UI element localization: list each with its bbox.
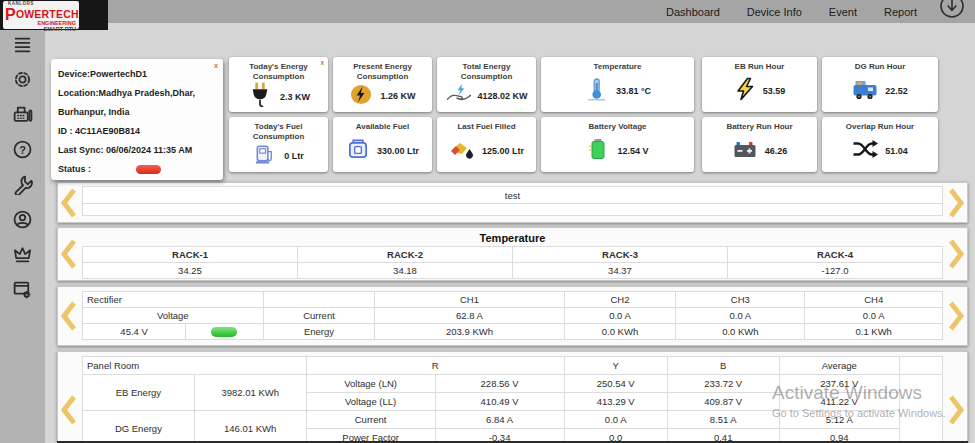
card-title: Available Fuel (336, 122, 429, 132)
device-location-line2: Burhanpur, India (58, 107, 217, 117)
nav-device-info[interactable]: Device Info (747, 6, 802, 18)
fuel-pump-icon (253, 143, 277, 170)
present-energy-card: Present Energy Consumption 1.26 KW (333, 57, 432, 112)
eb-bolt-icon (734, 77, 756, 105)
chevron-left-icon[interactable] (60, 300, 77, 332)
device-last-sync: Last Sync: 06/06/2024 11:35 AM (58, 145, 217, 155)
ch4-energy: 0.1 KWh (805, 324, 943, 340)
card-value: 46.26 (765, 146, 788, 156)
table-row: 45.4 V Energy 203.9 KWh 0.0 KWh 0.0 KWh … (83, 324, 943, 340)
rectifier-status-cell (186, 324, 263, 340)
voltage-value: 45.4 V (83, 324, 186, 340)
device-location-line1: Location:Madhya Pradesh,Dhar, (58, 88, 217, 98)
nav-report[interactable]: Report (884, 6, 917, 18)
rack1-header: RACK-1 (83, 247, 298, 263)
phase-y-header: Y (564, 357, 667, 375)
table-row: Rectifier CH1 CH2 CH3 CH4 (83, 292, 943, 308)
card-value: 2.3 KW (280, 92, 310, 102)
ch3-current: 0.0 A (676, 308, 805, 324)
todays-fuel-card: Today's Fuel Consumption 0 Ltr (229, 117, 328, 172)
test-header-cell: test (83, 187, 943, 204)
card-value: 125.00 Ltr (482, 146, 524, 156)
crown-icon[interactable] (12, 244, 33, 265)
ch2-header: CH2 (564, 292, 676, 308)
fuel-nozzle-icon (449, 138, 475, 164)
tools-wrench-icon[interactable] (12, 174, 33, 195)
test-empty-cell (83, 204, 943, 216)
nav-links: Dashboard Device Info Event Report (666, 0, 917, 23)
ch2-energy: 0.0 KWh (564, 324, 676, 340)
empty-cell (899, 357, 942, 375)
rectifier-title-cell: Rectifier (83, 292, 264, 308)
ch4-current: 0.0 A (805, 308, 943, 324)
battery-voltage-card: Battery Voltage 12.54 V (541, 117, 694, 172)
voltage-ln-y: 250.54 V (564, 375, 667, 393)
chevron-right-icon[interactable] (948, 187, 965, 219)
chevron-right-icon[interactable] (948, 238, 965, 270)
table-row: DG Energy 146.01 KWh Current 6.84 A 0.0 … (83, 411, 943, 429)
shuffle-icon (852, 138, 878, 164)
card-value: 4128.02 KW (477, 91, 527, 101)
window-settings-icon[interactable] (12, 279, 33, 300)
voltage-ln-r: 228.56 V (435, 375, 564, 393)
thermometer-icon (584, 77, 609, 105)
company-logo[interactable]: KANLORS POWERTECH ENGINEERING SMART RTU (3, 1, 79, 29)
close-icon[interactable]: x (321, 59, 325, 66)
ch4-header: CH4 (805, 292, 943, 308)
chevron-right-icon[interactable] (948, 300, 965, 332)
temperature-card: Temperature 33.81 °C (541, 57, 694, 112)
card-title: Battery Run Hour (705, 122, 814, 132)
car-battery-icon (732, 138, 758, 164)
card-title: Overlap Run Hour (825, 122, 935, 132)
card-title: Today's Fuel Consumption (232, 122, 325, 142)
jerry-can-icon (346, 138, 370, 165)
ch1-energy: 203.9 KWh (375, 324, 564, 340)
generator-icon (852, 78, 878, 104)
status-offline-indicator (136, 165, 161, 174)
voltage-ll-label: Voltage (LL) (306, 393, 435, 411)
chevron-right-icon[interactable] (948, 394, 965, 426)
environment-card-grid: Temperature 33.81 °C Battery Voltage 12.… (541, 57, 694, 172)
current-avg: 5.12 A (779, 411, 899, 429)
refresh-download-icon[interactable] (937, 0, 967, 26)
device-status-label: Status : (58, 164, 91, 174)
close-icon[interactable]: x (214, 62, 218, 70)
chevron-left-icon[interactable] (60, 238, 77, 270)
help-icon[interactable]: ? (12, 139, 33, 160)
nav-dashboard[interactable]: Dashboard (666, 6, 720, 18)
card-value: 53.59 (763, 86, 786, 96)
phase-r-header: R (306, 357, 564, 375)
device-status-row: Status : (58, 164, 217, 174)
chevron-left-icon[interactable] (60, 394, 77, 426)
nav-event[interactable]: Event (829, 6, 857, 18)
panel-room-table: Panel Room R Y B Average EB Energy 3982.… (82, 356, 943, 443)
menu-list-icon[interactable] (12, 34, 33, 55)
user-profile-icon[interactable] (12, 209, 33, 230)
card-title: Temperature (544, 62, 691, 72)
hand-bolt-icon (445, 83, 473, 110)
logo-tagline: SMART RTU (5, 27, 76, 33)
voltage-ln-label: Voltage (LN) (306, 375, 435, 393)
rack2-header: RACK-2 (298, 247, 513, 263)
voltage-ll-avg: 411.22 V (779, 393, 899, 411)
svg-text:?: ? (19, 144, 26, 156)
logo-backplate: KANLORS POWERTECH ENGINEERING SMART RTU (0, 0, 108, 30)
eb-run-hour-card: EB Run Hour 53.59 (702, 57, 817, 112)
phase-average-header: Average (779, 357, 899, 375)
temperature-panel-title: Temperature (82, 231, 943, 246)
current-y: 0.0 A (564, 411, 667, 429)
card-value: 330.00 Ltr (377, 146, 419, 156)
rack1-value: 34.25 (83, 263, 298, 279)
dg-energy-value: 146.01 KWh (194, 411, 306, 443)
ch1-current: 62.8 A (375, 308, 564, 324)
left-sidebar: ? (0, 23, 45, 443)
settings-gear-icon[interactable] (12, 69, 33, 90)
chevron-left-icon[interactable] (60, 187, 77, 219)
table-row: 34.25 34.18 34.37 -127.0 (83, 263, 943, 279)
rectifier-carousel-panel: Rectifier CH1 CH2 CH3 CH4 Voltage Curren… (57, 286, 968, 346)
ch2-current: 0.0 A (564, 308, 676, 324)
table-row: Panel Room R Y B Average (83, 357, 943, 375)
current-b: 8.51 A (667, 411, 779, 429)
fax-report-icon[interactable] (12, 104, 33, 125)
bolt-circle-icon (349, 83, 373, 110)
